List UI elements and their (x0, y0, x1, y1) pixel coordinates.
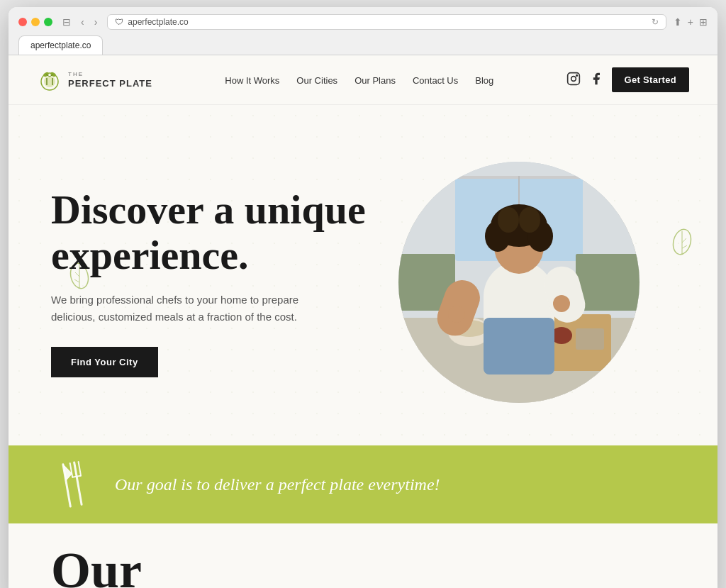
browser-tabs: aperfectplate.co (18, 35, 708, 55)
green-banner: Our goal is to deliver a perfect plate e… (9, 445, 717, 523)
new-tab-icon[interactable]: + (688, 16, 693, 28)
grid-icon[interactable]: ⊞ (699, 16, 708, 28)
svg-line-44 (682, 245, 687, 248)
svg-line-48 (79, 462, 81, 476)
hero-image-wrapper (391, 162, 647, 403)
svg-point-1 (44, 76, 55, 87)
svg-point-35 (498, 207, 519, 233)
logo-brand-the: THE (68, 71, 152, 78)
find-city-button[interactable]: Find Your City (51, 347, 158, 377)
hero-image-svg (398, 162, 640, 403)
hero-section: Discover a unique experience. We bring p… (9, 105, 717, 445)
leaf-right-decoration (668, 224, 696, 262)
back-icon[interactable]: ‹ (78, 15, 87, 29)
hero-image (398, 162, 640, 403)
svg-point-39 (448, 306, 465, 323)
banner-text: Our goal is to deliver a perfect plate e… (115, 475, 440, 494)
main-nav: THE PERFECT PLATE How It Works Our Citie… (9, 55, 717, 105)
logo-text: THE PERFECT PLATE (68, 71, 152, 89)
minimize-button[interactable] (31, 18, 40, 26)
sidebar-icon[interactable]: ⊟ (60, 15, 74, 29)
forward-icon[interactable]: › (91, 15, 101, 29)
svg-rect-25 (576, 328, 604, 350)
nav-item-our-cities[interactable]: Our Cities (296, 74, 337, 87)
active-tab[interactable]: aperfectplate.co (18, 35, 103, 55)
hero-title: Discover a unique experience. (51, 187, 391, 278)
svg-point-40 (553, 295, 570, 312)
nav-item-contact-us[interactable]: Contact Us (413, 74, 458, 87)
nav-item-how-it-works[interactable]: How It Works (225, 74, 279, 87)
browser-actions: ⬆ + ⊞ (674, 16, 708, 28)
instagram-icon[interactable] (566, 72, 581, 89)
logo-brand-name: PERFECT PLATE (68, 78, 152, 89)
svg-point-10 (576, 74, 577, 76)
nav-links: How It Works Our Cities Our Plans Contac… (225, 74, 493, 87)
svg-line-43 (682, 238, 686, 243)
browser-chrome: ⊟ ‹ › 🛡 aperfectplate.co ↻ ⬆ + ⊞ aperfec… (9, 7, 717, 55)
svg-rect-8 (567, 72, 579, 84)
nav-item-our-plans[interactable]: Our Plans (354, 74, 396, 87)
traffic-lights (18, 18, 52, 26)
svg-line-49 (72, 476, 81, 477)
url-text: aperfectplate.co (128, 17, 188, 27)
reload-icon[interactable]: ↻ (652, 17, 659, 27)
svg-point-9 (571, 76, 576, 81)
nav-item-blog[interactable]: Blog (475, 74, 493, 87)
our-section-peek: Our (9, 523, 717, 588)
address-bar[interactable]: 🛡 aperfectplate.co ↻ (107, 14, 666, 30)
maximize-button[interactable] (44, 18, 52, 26)
svg-point-36 (519, 207, 540, 233)
our-section-title: Our (51, 545, 675, 588)
hero-subtitle: We bring professional chefs to your home… (51, 292, 306, 326)
get-started-button[interactable]: Get Started (612, 67, 689, 92)
shield-icon: 🛡 (115, 17, 123, 27)
website-content: THE PERFECT PLATE How It Works Our Citie… (9, 55, 717, 588)
logo[interactable]: THE PERFECT PLATE (37, 67, 152, 93)
share-icon[interactable]: ⬆ (674, 16, 682, 28)
svg-rect-30 (484, 318, 554, 375)
browser-nav-icons: ⊟ ‹ › (60, 15, 100, 29)
hero-content: Discover a unique experience. We bring p… (51, 187, 391, 378)
browser-controls: ⊟ ‹ › 🛡 aperfectplate.co ↻ ⬆ + ⊞ (18, 14, 708, 30)
nav-social: Get Started (566, 67, 689, 92)
cutlery-icon (47, 456, 97, 512)
svg-rect-20 (576, 254, 640, 311)
close-button[interactable] (18, 18, 27, 26)
facebook-icon[interactable] (589, 72, 603, 89)
logo-icon (37, 67, 62, 93)
browser-window: ⊟ ‹ › 🛡 aperfectplate.co ↻ ⬆ + ⊞ aperfec… (9, 7, 717, 588)
svg-line-46 (74, 462, 82, 504)
